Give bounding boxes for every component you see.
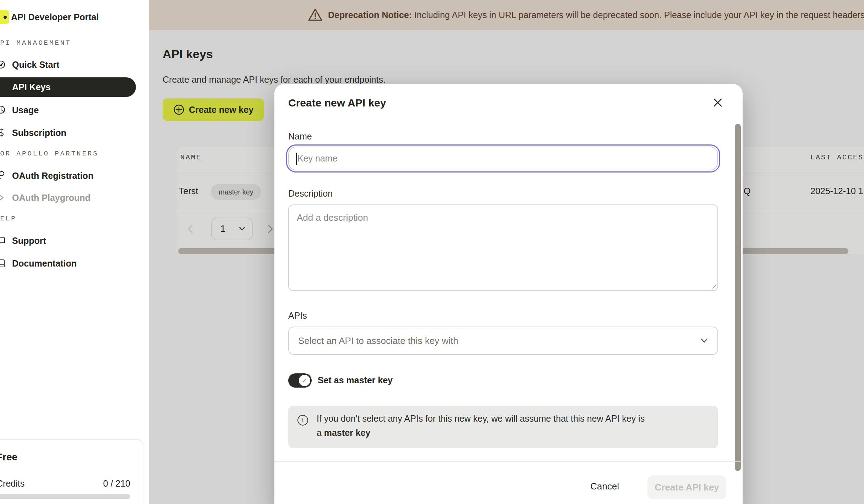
close-icon[interactable] (713, 98, 723, 108)
sidebar-item-usage[interactable]: Usage (12, 105, 39, 115)
sidebar-item-label: API Keys (12, 77, 50, 97)
info-box: i If you don't select any APIs for this … (288, 406, 718, 448)
credits-progressbar (0, 494, 130, 499)
row-token-partial: Q (744, 186, 750, 196)
create-api-key-modal: Create new API key Name Key name Descrip… (274, 84, 743, 504)
name-placeholder: Key name (297, 153, 338, 164)
plan-card: Free Credits 0 / 210 (0, 439, 143, 504)
sidebar-item-quick-start[interactable]: Quick Start (12, 60, 59, 70)
modal-title: Create new API key (288, 97, 386, 109)
resize-handle-icon[interactable] (708, 281, 716, 289)
credits-value: 0 / 210 (103, 478, 130, 489)
pagination-next-icon[interactable] (267, 224, 274, 234)
create-new-key-label: Create new key (189, 105, 253, 115)
toggle-knob-check-icon: ✓ (299, 375, 310, 386)
current-page: 1 (220, 218, 225, 239)
sidebar-item-oauth-registration[interactable]: OAuth Registration (12, 171, 93, 181)
app-title: API Developer Portal (11, 12, 99, 22)
row-key-name: Terst (179, 186, 198, 196)
plan-name: Free (0, 451, 17, 463)
description-textarea[interactable]: Add a description (288, 204, 718, 291)
sidebar: API Developer Portal API MANAGEMENT Quic… (0, 0, 149, 504)
chevron-right-icon (0, 193, 6, 202)
create-api-key-label: Create API key (655, 482, 719, 493)
section-for-apollo-partners: FOR APOLLO PARTNERS (0, 150, 99, 158)
row-last-accessed: 2025-12-10 1 (810, 186, 863, 196)
credits-label: Credits (0, 478, 24, 489)
sidebar-item-api-keys[interactable]: API Keys (0, 77, 136, 97)
sidebar-item-subscription[interactable]: Subscription (12, 128, 66, 138)
column-header-last-accessed: LAST ACCESSED (810, 153, 864, 161)
sidebar-item-support[interactable]: Support (12, 236, 46, 246)
warning-triangle-icon (308, 8, 323, 22)
modal-footer-divider (274, 461, 743, 462)
master-key-toggle[interactable]: ✓ (288, 373, 312, 388)
usage-chart-icon (0, 105, 6, 114)
section-api-management: API MANAGEMENT (0, 39, 71, 47)
toggle-label: Set as master key (318, 375, 393, 385)
name-input[interactable]: Key name (288, 147, 718, 170)
master-key-badge: master key (211, 184, 261, 200)
apis-placeholder: Select an API to associate this key with (298, 335, 700, 346)
page-subtitle: Create and manage API keys for each of y… (163, 75, 385, 85)
pagination-prev-icon[interactable] (187, 224, 194, 234)
app-root: Deprecation Notice: Including API keys i… (0, 0, 864, 504)
chevron-down-icon (700, 338, 708, 343)
page-title: API keys (163, 47, 213, 61)
column-header-name: NAME (180, 153, 202, 161)
banner-text: Deprecation Notice: Including API keys i… (328, 0, 864, 30)
page-number-select[interactable]: 1 (211, 218, 253, 240)
description-label: Description (288, 188, 333, 199)
cancel-button[interactable]: Cancel (590, 481, 619, 492)
sidebar-item-oauth-playground[interactable]: OAuth Playground (12, 193, 91, 203)
info-icon: i (297, 415, 308, 426)
modal-scrollbar[interactable] (735, 124, 741, 471)
chevron-down-icon (239, 226, 246, 231)
plus-circle-icon (173, 104, 185, 115)
dollar-icon (0, 128, 6, 137)
description-placeholder: Add a description (297, 212, 368, 223)
name-label: Name (288, 131, 312, 142)
text-caret (296, 153, 297, 165)
compass-icon (0, 60, 6, 69)
info-text: If you don't select any APIs for this ne… (317, 411, 704, 440)
chat-bubble-icon (0, 236, 6, 245)
oauth-key-icon (0, 171, 6, 180)
deprecation-banner: Deprecation Notice: Including API keys i… (149, 0, 864, 30)
apis-label: APIs (288, 311, 307, 321)
sidebar-item-documentation[interactable]: Documentation (12, 258, 77, 269)
apis-select[interactable]: Select an API to associate this key with (288, 327, 718, 355)
create-api-key-button[interactable]: Create API key (647, 475, 726, 499)
create-new-key-button[interactable]: Create new key (163, 98, 264, 121)
book-icon (0, 259, 6, 268)
section-help: HELP (0, 215, 17, 223)
logo-icon (0, 10, 9, 24)
